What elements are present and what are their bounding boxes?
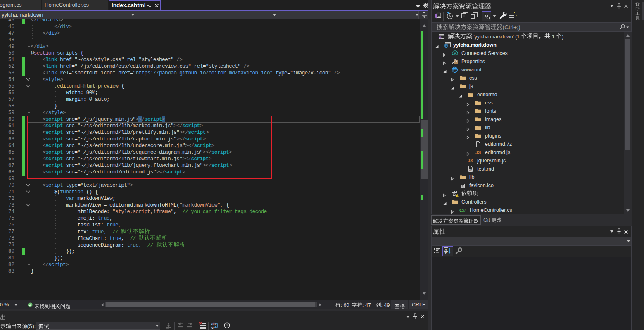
svg-text:JS: JS (475, 150, 481, 155)
svg-text:C#: C# (459, 208, 466, 214)
svg-text:JS: JS (468, 158, 473, 163)
svg-text:M: M (469, 169, 471, 171)
svg-text:c: c (211, 325, 214, 329)
svg-text:A: A (445, 248, 447, 252)
svg-text:Z: Z (445, 252, 447, 255)
